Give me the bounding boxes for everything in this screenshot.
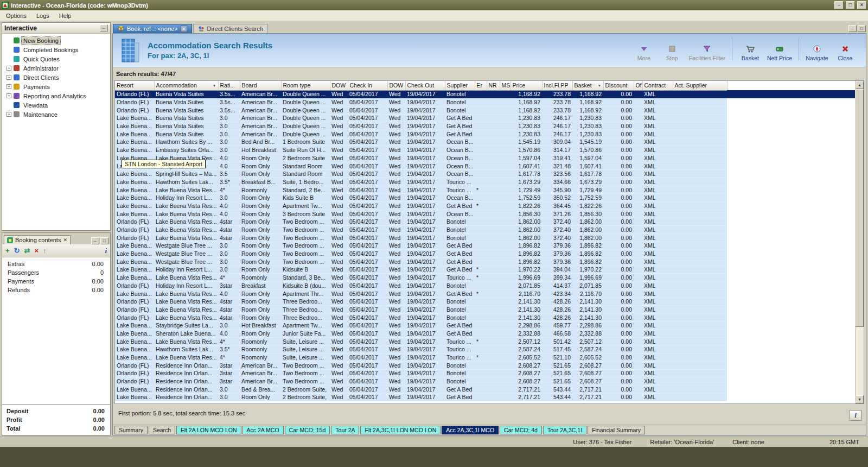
result-row[interactable]: Orlando (FL)Lake Buena Vista Res...4star… <box>115 234 727 242</box>
result-row[interactable]: Lake Buena...Buena Vista Suites3.0Americ… <box>115 122 727 130</box>
result-row[interactable]: Lake Buena...Holiday Inn Resort L...3.0R… <box>115 194 727 202</box>
column-header[interactable]: Basket <box>572 81 603 90</box>
column-header[interactable]: Resort <box>115 81 154 90</box>
booking-row-refunds[interactable]: Refunds 0.00 <box>2 286 110 294</box>
scroll-down-icon[interactable]: ▼ <box>856 395 864 403</box>
column-header[interactable]: Act. Supplier <box>673 81 727 90</box>
tab-direct-clients-search[interactable]: Direct Clients Search <box>193 24 268 33</box>
tab-acc-2a[interactable]: Acc 2A MCO <box>242 426 284 434</box>
navigate-button[interactable]: Navigate <box>803 43 831 61</box>
column-header[interactable]: Discount <box>603 81 634 90</box>
result-row[interactable]: Lake Buena...Lake Buena Vista Res...4.0R… <box>115 154 727 162</box>
expand-icon[interactable]: + <box>7 93 11 98</box>
expand-icon[interactable]: + <box>7 66 11 71</box>
result-row[interactable]: Lake Buena...Hawthorn Suites Lak...3.5*B… <box>115 178 727 186</box>
booking-contents-tab[interactable]: Booking contents ✕ <box>4 235 71 244</box>
expand-icon[interactable]: + <box>7 112 11 117</box>
result-row[interactable]: Lake Buena...Lake Buena Vista Res...4.0R… <box>115 289 727 298</box>
result-row[interactable]: Lake Buena...Westgate Blue Tree ...3.0Ro… <box>115 257 727 266</box>
result-row[interactable]: Lake Buena...Buena Vista Suites3.0Americ… <box>115 114 727 122</box>
column-header[interactable]: Rati... <box>218 81 240 90</box>
sidebar-item-quick-quotes[interactable]: Quick Quotes <box>3 54 109 64</box>
result-row[interactable]: Lake Buena...Hawthorn Suites Lak...3.5*R… <box>115 345 727 354</box>
more-button[interactable]: More <box>630 43 658 61</box>
result-row[interactable]: Lake Buena...Lake Buena Vista Res...4*Ro… <box>115 337 727 345</box>
column-header[interactable]: Incl.Fl.PP <box>542 81 572 90</box>
tab-booking-ref[interactable]: Book. ref .: <none> ✕ <box>113 24 192 33</box>
sidebar-item-completed-bookings[interactable]: Completed Bookings <box>3 45 109 54</box>
stop-button[interactable]: Stop <box>658 43 686 61</box>
collapse-panel-button[interactable]: – <box>100 24 108 31</box>
column-header[interactable]: Er <box>475 81 487 90</box>
column-header[interactable]: Contract <box>642 81 673 90</box>
result-row[interactable]: Lake Buena...SpringHill Suites – Ma...3.… <box>115 170 727 178</box>
tab-flt-2a[interactable]: Flt 2A LON MCO LON <box>176 426 241 434</box>
result-row[interactable]: Lake Buena...Lake Buena Vista Res...4*Ro… <box>115 354 727 362</box>
sidebar-item-new-booking[interactable]: New Booking <box>3 36 109 45</box>
doc-maximize-button[interactable]: □ <box>858 25 866 32</box>
sidebar-item-reporting-analytics[interactable]: + Reporting and Analytics <box>3 91 109 100</box>
expand-icon[interactable]: + <box>7 84 11 89</box>
basket-button[interactable]: Basket <box>736 43 764 61</box>
booking-row-payments[interactable]: Payments 0.00 <box>2 277 110 286</box>
booking-row-extras[interactable]: Extras 0.00 <box>2 260 110 268</box>
nett-price-button[interactable]: Nett Price <box>764 43 795 61</box>
delete-icon[interactable]: × <box>34 247 39 255</box>
result-row[interactable]: Orlando (FL)Residence Inn Orlan...3starA… <box>115 377 727 386</box>
sidebar-item-administrator[interactable]: + Administrator <box>3 64 109 73</box>
tab-summary[interactable]: Summary <box>114 426 148 434</box>
result-row[interactable]: Orlando (FL)Residence Inn Orlan...3starA… <box>115 361 727 369</box>
result-row[interactable]: Orlando (FL)Lake Buena Vista Res...4star… <box>115 298 727 306</box>
column-header[interactable]: Supplier <box>445 81 475 90</box>
close-results-button[interactable]: Close <box>831 43 859 61</box>
menu-logs[interactable]: Logs <box>31 11 54 20</box>
result-row[interactable]: Lake Buena...Hawthorn Suites By ...3.0Be… <box>115 138 727 146</box>
tab-acc-2a3c1i[interactable]: Acc 2A,3C,1I MCO <box>442 426 499 434</box>
booking-row-passengers[interactable]: Passengers 0 <box>2 268 110 277</box>
close-window-button[interactable]: ✕ <box>857 1 866 9</box>
sidebar-item-maintenance[interactable]: + Maintenance <box>3 110 109 119</box>
sidebar-item-viewdata[interactable]: Viewdata <box>3 100 109 110</box>
result-row[interactable]: Lake Buena...Residence Inn Orlan...3.0Be… <box>115 385 727 393</box>
result-row[interactable]: Orlando (FL)Buena Vista Suites3.5s...Ame… <box>115 106 727 114</box>
add-icon[interactable]: + <box>5 247 10 255</box>
tab-tour-2a3c1i[interactable]: Tour 2A,3C,1I <box>543 426 586 434</box>
close-icon[interactable]: ✕ <box>63 237 67 243</box>
result-row[interactable]: Lake Buena...Westgate Blue Tree ...3.0Ro… <box>115 250 727 258</box>
info-icon[interactable]: i <box>105 247 107 255</box>
result-row[interactable]: Orlando (FL)Residence Inn Orlan...3starA… <box>115 369 727 377</box>
scroll-up-icon[interactable]: ▲ <box>856 81 864 89</box>
column-header[interactable]: Accommodation <box>154 81 218 90</box>
tab-tour-2a[interactable]: Tour 2A <box>331 426 359 434</box>
result-row[interactable]: Lake Buena...Courtyard Marriot...4.0Room… <box>115 162 727 170</box>
result-row[interactable]: Lake Buena...Holiday Inn Resort L...3.0R… <box>115 266 727 274</box>
result-row[interactable]: Orlando (FL)Buena Vista Suites3.5s...Ame… <box>115 90 727 98</box>
vertical-scrollbar[interactable]: ▲ ▼ <box>855 81 864 403</box>
result-row[interactable]: Lake Buena...Lake Buena Vista Res...4.0R… <box>115 202 727 210</box>
expand-icon[interactable]: + <box>7 75 11 80</box>
doc-minimize-button[interactable]: – <box>848 25 857 32</box>
column-header[interactable]: DOW <box>330 81 348 90</box>
result-row[interactable]: Orlando (FL)Lake Buena Vista Res...4star… <box>115 313 727 321</box>
panel-minimize-button[interactable]: – <box>91 237 99 244</box>
export-icon[interactable]: ↑ <box>43 247 47 255</box>
tab-close-icon[interactable]: ✕ <box>181 26 187 32</box>
column-header[interactable]: NR <box>487 81 500 90</box>
column-header[interactable]: Check In <box>348 81 387 90</box>
sidebar-item-direct-clients[interactable]: + Direct Clients <box>3 73 109 82</box>
column-header[interactable]: Room type <box>281 81 330 90</box>
tab-car-4d[interactable]: Car MCO; 4d <box>500 426 542 434</box>
result-row[interactable]: Lake Buena...Lake Buena Vista Res...4*Ro… <box>115 274 727 282</box>
result-row[interactable]: Lake Buena...Residence Inn Orlan...3.0Ro… <box>115 393 727 401</box>
menu-options[interactable]: Options <box>1 11 31 20</box>
menu-help[interactable]: Help <box>54 11 76 20</box>
column-header[interactable]: Check Out <box>405 81 445 90</box>
result-row[interactable]: Lake Buena...Embassy Suites Orla...3.0Ho… <box>115 146 727 154</box>
result-row[interactable]: Lake Buena...Lake Buena Vista Res...4.0R… <box>115 210 727 218</box>
result-row[interactable]: Orlando (FL)Lake Buena Vista Res...4star… <box>115 306 727 314</box>
column-header[interactable]: MS <box>500 81 510 90</box>
transfer-icon[interactable]: ⇄ <box>24 247 30 255</box>
column-header[interactable]: Board <box>240 81 281 90</box>
tab-search[interactable]: Search <box>149 426 175 434</box>
sidebar-item-payments[interactable]: + Payments <box>3 82 109 91</box>
